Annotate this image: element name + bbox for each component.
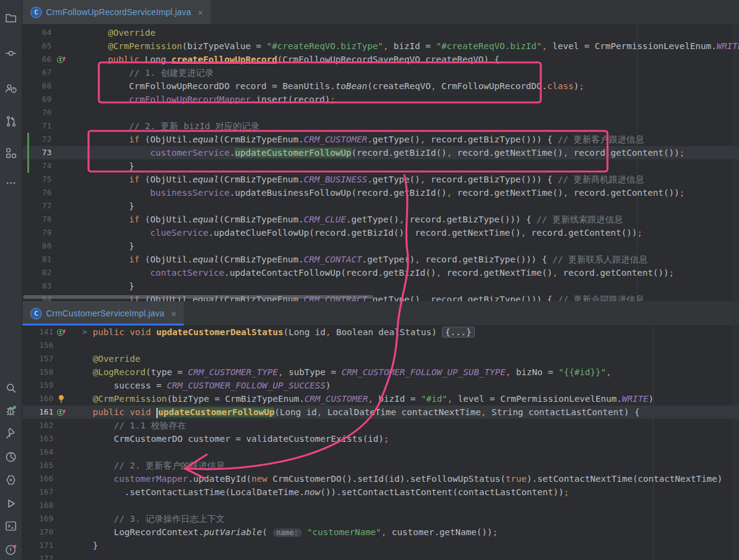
users-question-icon[interactable]: ? bbox=[4, 82, 18, 95]
code-line-68: 68 CrmFollowUpRecordDO record = BeanUtil… bbox=[22, 79, 739, 93]
code-text: @CrmPermission(bizType = CrmBizTypeEnum.… bbox=[72, 392, 654, 405]
code-line-77: 77 } bbox=[22, 199, 739, 213]
run-icon[interactable] bbox=[4, 497, 18, 510]
line-number: 156 bbox=[22, 339, 53, 352]
code-text: if (ObjUtil.equal(CrmBizTypeEnum.CRM_CON… bbox=[87, 253, 647, 266]
close-tab-icon[interactable]: × bbox=[198, 8, 203, 17]
code-text: } bbox=[72, 539, 98, 552]
profiler-icon[interactable] bbox=[4, 450, 18, 464]
tab-crm-customer-service-impl[interactable]: C CrmCustomerServiceImpl.java × bbox=[22, 301, 184, 325]
line-number: 79 bbox=[22, 226, 52, 239]
code-line-168: 168 bbox=[22, 499, 739, 512]
line-number: 159 bbox=[22, 379, 53, 392]
editor-pane-bottom: C CrmCustomerServiceImpl.java × 141> pub… bbox=[22, 301, 739, 560]
code-line-157: 157 @Override bbox=[22, 352, 739, 365]
search-icon[interactable] bbox=[4, 381, 18, 395]
code-line-81: 81 if (ObjUtil.equal(CrmBizTypeEnum.CRM_… bbox=[22, 253, 739, 266]
line-number: 169 bbox=[22, 512, 53, 525]
line-number: 68 bbox=[22, 79, 52, 93]
code-line-74: 74 } bbox=[22, 159, 739, 173]
line-number: 66 bbox=[22, 53, 52, 66]
line-number: 75 bbox=[22, 173, 52, 186]
code-line-141: 141> public void updateCustomerDealStatu… bbox=[22, 325, 739, 339]
code-line-69: 69 crmFollowUpRecordMapper.insert(record… bbox=[22, 93, 739, 106]
horizontal-scrollbar[interactable] bbox=[23, 295, 373, 299]
line-number: 160 bbox=[22, 392, 53, 405]
project-folder-icon[interactable] bbox=[4, 12, 18, 25]
folded-region[interactable]: {...} bbox=[442, 327, 475, 338]
code-text: // 2. 更新 bizId 对应的记录 bbox=[87, 119, 259, 133]
line-number: 158 bbox=[22, 365, 53, 379]
code-line-70: 70 bbox=[22, 106, 739, 119]
code-line-75: 75 if (ObjUtil.equal(CrmBizTypeEnum.CRM_… bbox=[22, 173, 739, 186]
debug-icon[interactable] bbox=[4, 404, 18, 418]
code-text: } bbox=[87, 199, 135, 213]
code-line-76: 76 businessService.updateBusinessFollowU… bbox=[22, 186, 739, 199]
code-text: } bbox=[87, 239, 135, 253]
code-text: public void updateCustomerDealStatus(Lon… bbox=[72, 325, 475, 339]
line-number: 82 bbox=[22, 266, 52, 279]
line-number: 73 bbox=[22, 146, 52, 159]
problems-icon[interactable] bbox=[4, 543, 18, 556]
tabbar-bottom: C CrmCustomerServiceImpl.java × bbox=[22, 301, 739, 326]
code-line-172: 172 bbox=[22, 552, 739, 560]
more-icon[interactable] bbox=[4, 176, 18, 190]
code-line-156: 156 bbox=[22, 339, 739, 352]
code-text: customerService.updateCustomerFollowUp(r… bbox=[87, 146, 685, 159]
code-line-160: 160 @CrmPermission(bizType = CrmBizTypeE… bbox=[22, 392, 739, 405]
code-text: @LogRecord(type = CRM_CUSTOMER_TYPE, sub… bbox=[72, 365, 611, 379]
line-number: 70 bbox=[22, 106, 52, 119]
code-text: clueService.updateClueFollowUp(record.ge… bbox=[87, 226, 643, 239]
code-text: // 3. 记录操作日志上下文 bbox=[72, 512, 225, 525]
services-icon[interactable] bbox=[4, 473, 18, 487]
intention-bulb-icon[interactable] bbox=[56, 394, 66, 404]
code-line-82: 82 contactService.updateContactFollowUp(… bbox=[22, 266, 739, 279]
code-line-159: 159 success = CRM_CUSTOMER_FOLLOW_UP_SUC… bbox=[22, 379, 739, 392]
code-text: } bbox=[87, 159, 135, 173]
line-number: 83 bbox=[22, 279, 52, 293]
line-number: 165 bbox=[22, 459, 53, 472]
line-number: 64 bbox=[22, 26, 52, 39]
code-line-167: 167 .setContactLastTime(LocalDateTime.no… bbox=[22, 485, 739, 499]
structure-icon[interactable] bbox=[4, 146, 18, 159]
commit-icon[interactable] bbox=[4, 47, 18, 60]
terminal-icon[interactable] bbox=[4, 519, 18, 533]
code-editor-top[interactable]: 64 @Override65 @CrmPermission(bizTypeVal… bbox=[22, 24, 739, 301]
implements-gutter-icon[interactable] bbox=[56, 55, 66, 64]
code-text: .setContactLastTime(LocalDateTime.now())… bbox=[72, 485, 569, 499]
code-text: if (ObjUtil.equal(CrmBizTypeEnum.CRM_CLU… bbox=[87, 213, 623, 226]
line-number: 77 bbox=[22, 199, 52, 213]
implements-gutter-icon[interactable] bbox=[56, 327, 66, 337]
tab-crm-follow-up-record-service-impl[interactable]: C CrmFollowUpRecordServiceImpl.java × bbox=[22, 0, 210, 24]
code-line-65: 65 @CrmPermission(bizTypeValue = "#creat… bbox=[22, 39, 739, 53]
line-number: 76 bbox=[22, 186, 52, 199]
line-number: 65 bbox=[22, 39, 52, 53]
build-hammer-icon[interactable] bbox=[4, 427, 18, 441]
line-number: 69 bbox=[22, 93, 52, 106]
code-text: public void updateCustomerFollowUp(Long … bbox=[72, 405, 640, 419]
code-text: customerMapper.updateById(new CrmCustome… bbox=[72, 472, 723, 485]
line-number: 80 bbox=[22, 239, 52, 253]
tab-title: CrmCustomerServiceImpl.java bbox=[46, 308, 164, 318]
code-line-158: 158 @LogRecord(type = CRM_CUSTOMER_TYPE,… bbox=[22, 365, 739, 379]
line-number: 157 bbox=[22, 352, 53, 365]
line-number: 141 bbox=[22, 325, 53, 339]
line-number: 164 bbox=[22, 445, 53, 459]
code-editor-bottom[interactable]: 141> public void updateCustomerDealStatu… bbox=[22, 325, 739, 560]
line-number: 172 bbox=[22, 552, 53, 560]
pull-request-icon[interactable] bbox=[4, 115, 18, 128]
code-text: success = CRM_CUSTOMER_FOLLOW_UP_SUCCESS… bbox=[72, 379, 331, 392]
code-line-71: 71 // 2. 更新 bizId 对应的记录 bbox=[22, 119, 739, 133]
code-line-79: 79 clueService.updateClueFollowUp(record… bbox=[22, 226, 739, 239]
code-text: contactService.updateContactFollowUp(rec… bbox=[87, 266, 674, 279]
code-line-164: 164 bbox=[22, 445, 739, 459]
line-number: 170 bbox=[22, 525, 53, 539]
line-number: 71 bbox=[22, 119, 52, 133]
implements-gutter-icon[interactable] bbox=[56, 407, 66, 417]
ide-window: { "colors": { "editor-bg": "#2b2d30", "s… bbox=[0, 0, 739, 560]
code-line-67: 67 // 1. 创建更进记录 bbox=[22, 66, 739, 79]
close-tab-icon[interactable]: × bbox=[171, 309, 176, 318]
code-text: if (ObjUtil.equal(CrmBizTypeEnum.CRM_BUS… bbox=[87, 173, 644, 186]
code-text: // 1. 创建更进记录 bbox=[87, 66, 213, 79]
code-text: } bbox=[87, 279, 135, 293]
